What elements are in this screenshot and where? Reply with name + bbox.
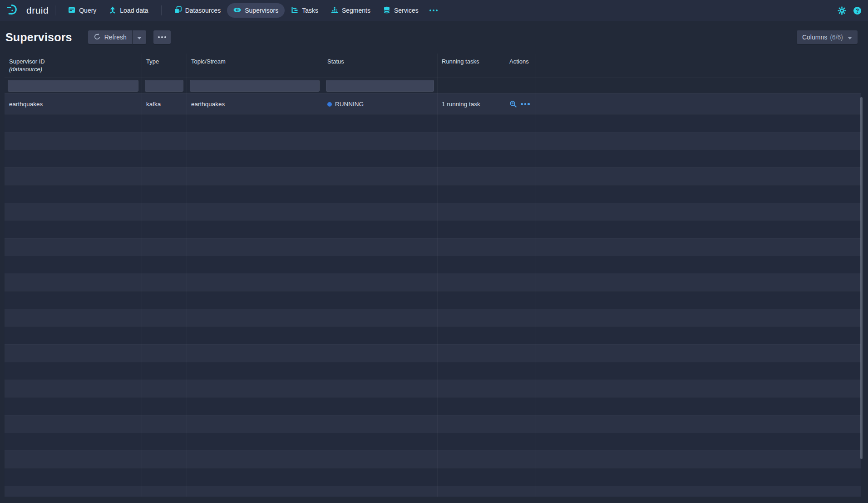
column-header-supervisor-id[interactable]: Supervisor ID (datasource) bbox=[5, 54, 142, 78]
filter-type-input[interactable] bbox=[145, 80, 183, 92]
help-icon: ? bbox=[853, 6, 862, 15]
column-header-type[interactable]: Type bbox=[142, 54, 187, 78]
navbar-divider bbox=[161, 5, 162, 15]
column-header-filler bbox=[536, 54, 861, 78]
column-header-running-tasks[interactable]: Running tasks bbox=[437, 54, 505, 78]
table-row-empty bbox=[5, 486, 861, 497]
table-row-empty bbox=[5, 362, 861, 380]
columns-dropdown-button[interactable]: Columns (6/6) bbox=[797, 30, 858, 44]
navbar-divider bbox=[55, 5, 55, 15]
refresh-icon bbox=[94, 33, 101, 42]
navbar-more-button[interactable] bbox=[425, 3, 442, 18]
query-icon bbox=[68, 6, 75, 15]
cell-actions bbox=[505, 100, 536, 108]
druid-console: druid Query Load data bbox=[0, 0, 868, 503]
chevron-down-icon bbox=[137, 34, 142, 41]
inspect-supervisor-button[interactable] bbox=[509, 100, 517, 108]
nav-item-label: Datasources bbox=[185, 7, 221, 14]
gear-icon bbox=[838, 6, 846, 15]
nav-item-supervisors[interactable]: Supervisors bbox=[227, 3, 285, 18]
column-header-status[interactable]: Status bbox=[323, 54, 437, 78]
table-row-empty bbox=[5, 291, 861, 309]
table-row-empty bbox=[5, 397, 861, 415]
table-row-empty bbox=[5, 380, 861, 397]
table-row-empty bbox=[5, 203, 861, 220]
table-body: earthquakes kafka earthquakes RUNNING 1 … bbox=[5, 93, 861, 497]
tasks-gantt-icon bbox=[291, 6, 298, 15]
page-header: Supervisors Refresh Columns bbox=[0, 21, 868, 54]
column-header-subtitle: (datasource) bbox=[9, 65, 142, 73]
table-row-empty bbox=[5, 344, 861, 362]
load-data-icon bbox=[109, 6, 116, 15]
supervisor-actions-menu-button[interactable] bbox=[521, 103, 530, 105]
search-detail-icon bbox=[509, 100, 517, 108]
nav-item-label: Load data bbox=[120, 7, 148, 14]
column-header-actions[interactable]: Actions bbox=[505, 54, 536, 78]
cell-running-tasks[interactable]: 1 running task bbox=[437, 101, 505, 107]
segments-chart-icon bbox=[331, 6, 338, 15]
table-row-empty bbox=[5, 185, 861, 203]
refresh-interval-dropdown-button[interactable] bbox=[133, 30, 146, 44]
page-title: Supervisors bbox=[5, 31, 72, 44]
cell-status[interactable]: RUNNING bbox=[323, 101, 437, 107]
refresh-label: Refresh bbox=[104, 34, 127, 41]
supervisors-table: Supervisor ID (datasource) Type Topic/St… bbox=[5, 54, 861, 497]
filter-status-input[interactable] bbox=[326, 80, 434, 92]
table-row-empty bbox=[5, 415, 861, 433]
page-more-actions-button[interactable] bbox=[153, 30, 171, 44]
supervisors-eye-icon bbox=[233, 6, 241, 15]
nav-item-query[interactable]: Query bbox=[62, 3, 103, 18]
navbar-right: ? bbox=[838, 6, 862, 15]
table-row-empty bbox=[5, 309, 861, 327]
cell-topic-stream[interactable]: earthquakes bbox=[187, 101, 323, 107]
services-database-icon bbox=[383, 6, 390, 15]
svg-text:?: ? bbox=[856, 7, 859, 14]
table-row-empty bbox=[5, 220, 861, 238]
table-row-earthquakes[interactable]: earthquakes kafka earthquakes RUNNING 1 … bbox=[5, 93, 861, 114]
table-row-empty bbox=[5, 238, 861, 256]
nav-item-services[interactable]: Services bbox=[377, 3, 425, 18]
druid-logo-text: druid bbox=[26, 5, 49, 16]
table-row-empty bbox=[5, 132, 861, 150]
filter-topic-stream-input[interactable] bbox=[190, 80, 320, 92]
help-button[interactable]: ? bbox=[853, 6, 862, 15]
refresh-split-button: Refresh bbox=[88, 30, 146, 44]
druid-logo[interactable]: druid bbox=[6, 3, 49, 18]
nav-item-label: Supervisors bbox=[245, 7, 278, 14]
datasources-icon bbox=[174, 6, 182, 15]
columns-label: Columns bbox=[802, 34, 827, 41]
refresh-button[interactable]: Refresh bbox=[88, 30, 132, 44]
navbar: druid Query Load data bbox=[0, 0, 868, 21]
table-row-empty bbox=[5, 327, 861, 344]
more-icon bbox=[521, 103, 530, 105]
filter-supervisor-id-input[interactable] bbox=[8, 80, 138, 92]
nav-item-label: Segments bbox=[342, 7, 370, 14]
table-header-row: Supervisor ID (datasource) Type Topic/St… bbox=[5, 54, 861, 78]
cell-type[interactable]: kafka bbox=[142, 101, 187, 107]
nav-item-label: Tasks bbox=[302, 7, 318, 14]
chevron-down-icon bbox=[848, 34, 852, 41]
more-icon bbox=[429, 10, 438, 11]
nav-item-datasources[interactable]: Datasources bbox=[168, 3, 227, 18]
table-row-empty bbox=[5, 468, 861, 486]
table-row-empty bbox=[5, 114, 861, 132]
table-filter-row bbox=[5, 78, 861, 93]
vertical-scrollbar[interactable] bbox=[860, 97, 863, 459]
more-icon bbox=[158, 36, 166, 38]
table-row-empty bbox=[5, 256, 861, 273]
table-row-empty bbox=[5, 273, 861, 291]
druid-logo-icon bbox=[6, 3, 23, 18]
nav-item-segments[interactable]: Segments bbox=[325, 3, 377, 18]
status-running-dot bbox=[327, 102, 332, 107]
table-row-empty bbox=[5, 150, 861, 167]
nav-item-tasks[interactable]: Tasks bbox=[285, 3, 325, 18]
settings-button[interactable] bbox=[838, 6, 846, 15]
column-header-topic-stream[interactable]: Topic/Stream bbox=[187, 54, 323, 78]
table-row-empty bbox=[5, 450, 861, 468]
cell-supervisor-id[interactable]: earthquakes bbox=[5, 101, 142, 107]
table-row-empty bbox=[5, 433, 861, 450]
status-label: RUNNING bbox=[335, 101, 364, 107]
nav-item-load-data[interactable]: Load data bbox=[103, 3, 154, 18]
table-row-empty bbox=[5, 167, 861, 185]
nav-item-label: Services bbox=[394, 7, 419, 14]
